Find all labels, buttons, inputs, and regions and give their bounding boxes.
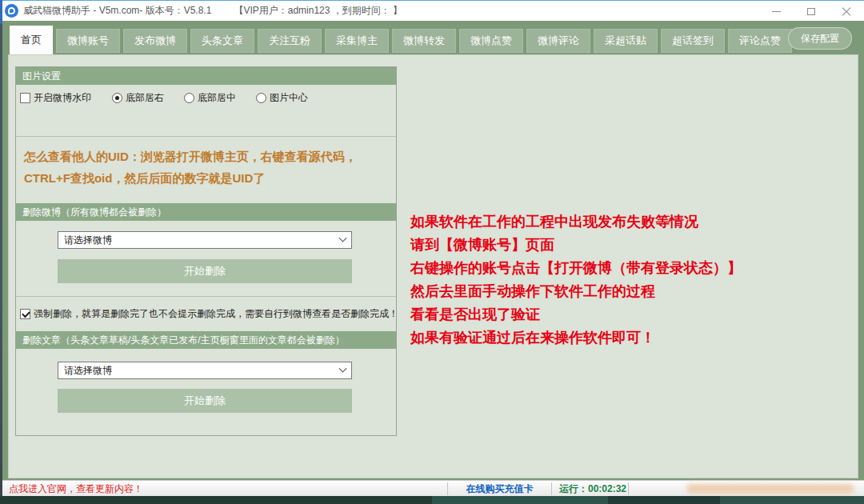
tab-toutiao-article[interactable]: 头条文章 [190, 29, 254, 53]
official-site-link[interactable]: 点我进入官网，查看更新内容！ [9, 481, 143, 497]
radio-image-center-label: 图片中心 [270, 91, 308, 105]
window-title: 威武猫微博助手 - V5m.com- 版本号：V5.8.1 [23, 4, 211, 18]
tab-supertopic-checkin[interactable]: 超话签到 [661, 29, 725, 53]
redacted-text-blur [687, 484, 854, 494]
buy-card-link[interactable]: 在线购买充值卡 [448, 481, 551, 497]
image-settings-header: 图片设置 [16, 67, 396, 85]
tab-home[interactable]: 首页 [10, 26, 53, 54]
desktop-edge-strip [0, 496, 864, 504]
tab-weibo-like[interactable]: 微博点赞 [459, 29, 523, 53]
troubleshooting-notice: 如果软件在工作的工程中出现发布失败等情况 请到【微博账号】页面 右键操作的账号点… [410, 210, 742, 350]
status-bar: 点我进入官网，查看更新内容！ 在线购买充值卡 运行： 00:02:32 [2, 480, 864, 496]
tab-weibo-repost[interactable]: 微博转发 [392, 29, 456, 53]
uid-hint-text: 怎么查看他人的UID：浏览器打开微博主页，右键查看源代码， CTRL+F查找oi… [24, 146, 357, 189]
minimize-button[interactable] [758, 2, 794, 22]
notice-line: 如果有验证通过后在来操作软件即可！ [410, 326, 742, 350]
radio-bottom-right[interactable] [112, 93, 122, 103]
tab-follow-fans[interactable]: 关注互粉 [258, 29, 322, 53]
close-icon [842, 7, 851, 17]
status-separator [551, 482, 552, 495]
force-delete-checkbox[interactable] [20, 309, 30, 319]
tab-weibo-comment[interactable]: 微博评论 [526, 29, 590, 53]
window-controls [758, 2, 864, 22]
delete-article-account-select[interactable]: 请选择微博 [58, 362, 352, 379]
app-icon-glyph [8, 7, 15, 14]
watermark-checkbox-label: 开启微博水印 [34, 91, 91, 105]
tab-comment-like[interactable]: 评论点赞 [728, 29, 792, 53]
app-window: 威武猫微博助手 - V5m.com- 版本号：V5.8.1 【VIP用户：adm… [0, 0, 864, 504]
uid-hint-line1: 怎么查看他人的UID：浏览器打开微博主页，右键查看源代码， [24, 146, 357, 167]
runtime-label: 运行： [559, 482, 588, 496]
delete-weibo-select-value: 请选择微博 [64, 234, 112, 247]
settings-panel: 图片设置 开启微博水印 底部居右 底部居中 图片中心 怎么查看他人的UID：浏览… [15, 66, 397, 436]
delete-article-select-value: 请选择微博 [64, 364, 112, 378]
radio-bottom-center-label: 底部居中 [198, 91, 236, 105]
chevron-down-icon [339, 364, 347, 372]
delete-article-header: 删除文章（头条文章草稿/头条文章已发布/主页橱窗里面的文章都会被删除） [16, 331, 396, 349]
window-left-edge [0, 0, 2, 496]
radio-image-center[interactable] [256, 93, 266, 103]
title-bar: 威武猫微博助手 - V5m.com- 版本号：V5.8.1 【VIP用户：adm… [0, 0, 864, 21]
minimize-icon [772, 11, 781, 12]
notice-line: 请到【微博账号】页面 [410, 234, 742, 257]
tab-collect-supertopic[interactable]: 采超话贴 [594, 29, 658, 53]
section-divider [16, 296, 396, 297]
status-separator [628, 482, 629, 495]
delete-article-start-button[interactable]: 开始删除 [58, 389, 352, 413]
notice-line: 右键操作的账号点击【打开微博（带有登录状态）】 [410, 257, 742, 280]
image-settings-controls: 开启微博水印 底部居右 底部居中 图片中心 [20, 91, 308, 104]
radio-bottom-right-label: 底部居右 [126, 91, 164, 105]
watermark-checkbox[interactable] [20, 93, 30, 103]
app-icon [5, 4, 18, 18]
section-divider [16, 136, 396, 137]
runtime-status: 运行： 00:02:32 [559, 481, 626, 497]
tab-publish-weibo[interactable]: 发布微博 [123, 29, 187, 53]
tab-weibo-account[interactable]: 微博账号 [56, 29, 120, 53]
force-delete-label: 强制删除，就算是删除完了也不会提示删除完成，需要自行到微博查看是否删除完成！ [34, 307, 398, 321]
force-delete-row: 强制删除，就算是删除完了也不会提示删除完成，需要自行到微博查看是否删除完成！ [20, 307, 398, 321]
radio-bottom-center[interactable] [184, 93, 194, 103]
maximize-button[interactable] [794, 2, 829, 22]
save-config-button[interactable]: 保存配置 [788, 27, 852, 50]
notice-line: 看看是否出现了验证 [410, 303, 742, 326]
uid-hint-line2: CTRL+F查找oid，然后后面的数字就是UID了 [24, 167, 357, 189]
delete-weibo-header: 删除微博（所有微博都会被删除） [16, 203, 396, 221]
tab-collect-blogger[interactable]: 采集博主 [325, 29, 389, 53]
runtime-value: 00:02:32 [588, 483, 626, 494]
home-page-content: 图片设置 开启微博水印 底部居右 底部居中 图片中心 怎么查看他人的UID：浏览… [8, 54, 858, 478]
tab-bar: 首页 微博账号 发布微博 头条文章 关注互粉 采集博主 微博转发 微博点赞 微博… [2, 21, 864, 54]
chevron-down-icon [339, 234, 347, 242]
delete-weibo-start-button[interactable]: 开始删除 [58, 259, 352, 283]
vip-user-info: 【VIP用户：admin123 ，到期时间： 】 [234, 4, 402, 18]
notice-line: 然后去里面手动操作下软件工作的过程 [410, 280, 742, 303]
close-button[interactable] [829, 2, 864, 22]
delete-weibo-account-select[interactable]: 请选择微博 [58, 231, 352, 249]
main-frame: 首页 微博账号 发布微博 头条文章 关注互粉 采集博主 微博转发 微博点赞 微博… [2, 21, 864, 496]
notice-line: 如果软件在工作的工程中出现发布失败等情况 [410, 210, 742, 234]
maximize-icon [807, 8, 815, 15]
